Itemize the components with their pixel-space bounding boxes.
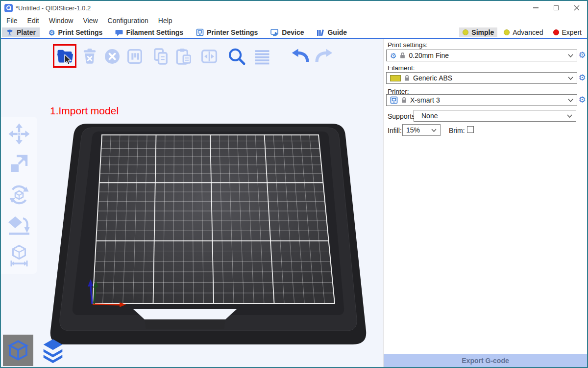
supports-label: Supports: bbox=[388, 112, 417, 120]
chevron-down-icon bbox=[567, 114, 572, 118]
filament-label: Filament: bbox=[388, 64, 415, 72]
infill-value: 15% bbox=[406, 126, 428, 134]
delete-icon[interactable] bbox=[80, 47, 99, 66]
filament-color-swatch bbox=[390, 75, 401, 81]
tab-filament-settings[interactable]: Filament Settings bbox=[111, 27, 187, 37]
bed-front-notch bbox=[133, 309, 237, 319]
printer-value: X-smart 3 bbox=[410, 96, 564, 104]
3d-cube-icon bbox=[6, 337, 30, 364]
menu-file[interactable]: File bbox=[1, 17, 23, 25]
minimize-button[interactable] bbox=[525, 1, 546, 15]
filament-bubble-icon bbox=[115, 29, 123, 36]
mode-simple[interactable]: Simple bbox=[459, 27, 497, 37]
tab-plater-label: Plater bbox=[17, 28, 36, 36]
paste-icon[interactable] bbox=[173, 47, 193, 66]
lock-icon bbox=[400, 52, 405, 59]
titlebar: *Untitled - QIDISlicer-1.0.2 bbox=[1, 1, 587, 15]
tab-filament-settings-label: Filament Settings bbox=[126, 28, 183, 36]
supports-combo[interactable]: None bbox=[414, 110, 576, 122]
brim-checkbox[interactable] bbox=[467, 126, 474, 133]
gear-icon: ⚙ bbox=[390, 52, 396, 59]
menu-view[interactable]: View bbox=[78, 17, 102, 25]
undo-icon[interactable] bbox=[290, 47, 311, 66]
print-settings-gear-button[interactable]: ⚙ bbox=[578, 51, 587, 60]
export-gcode-button[interactable]: Export G-code bbox=[384, 354, 587, 367]
bed-grid-surface bbox=[93, 135, 335, 304]
redo-icon[interactable] bbox=[314, 47, 334, 66]
infill-combo[interactable]: 15% bbox=[402, 124, 441, 136]
printer-gear-button[interactable]: ⚙ bbox=[578, 96, 587, 105]
settings-panel: Print settings: ⚙ 0.20mm Fine ⚙ Filament… bbox=[383, 39, 587, 367]
filament-combo[interactable]: Generic ABS bbox=[386, 72, 577, 84]
scale-icon[interactable] bbox=[8, 153, 30, 176]
close-button[interactable] bbox=[566, 1, 587, 15]
menu-edit[interactable]: Edit bbox=[23, 17, 44, 25]
menu-window[interactable]: Window bbox=[44, 17, 78, 25]
tab-print-settings[interactable]: ⚙ Print Settings bbox=[45, 27, 106, 37]
preview-layers-view-button[interactable] bbox=[38, 335, 68, 366]
expert-mode-dot-icon bbox=[553, 29, 559, 35]
tab-guide[interactable]: Guide bbox=[313, 27, 351, 37]
printer-icon bbox=[196, 28, 204, 36]
brim-label: Brim: bbox=[449, 127, 465, 134]
rotate-icon[interactable] bbox=[8, 184, 30, 206]
tab-printer-settings[interactable]: Printer Settings bbox=[192, 27, 262, 37]
print-settings-label: Print settings: bbox=[388, 41, 428, 49]
tab-guide-label: Guide bbox=[327, 28, 347, 36]
print-bed bbox=[1, 39, 383, 367]
printer-combo[interactable]: X-smart 3 bbox=[386, 94, 577, 106]
guide-books-icon bbox=[317, 29, 324, 36]
menu-configuration[interactable]: Configuration bbox=[103, 17, 153, 25]
split-objects-icon[interactable] bbox=[199, 47, 219, 66]
filament-value: Generic ABS bbox=[413, 74, 564, 82]
tab-print-settings-label: Print Settings bbox=[58, 28, 102, 36]
window-title: *Untitled - QIDISlicer-1.0.2 bbox=[16, 4, 91, 12]
measure-icon[interactable] bbox=[8, 244, 30, 267]
mode-simple-label: Simple bbox=[471, 28, 494, 36]
import-annotation: 1.Import model bbox=[50, 105, 119, 117]
chevron-down-icon bbox=[568, 77, 573, 80]
simple-mode-dot-icon bbox=[463, 29, 468, 35]
layers-stack-icon bbox=[40, 337, 66, 364]
menu-help[interactable]: Help bbox=[153, 17, 177, 25]
minimize-icon bbox=[533, 7, 539, 8]
bed-front-tab bbox=[145, 319, 225, 329]
tab-device-label: Device bbox=[282, 28, 304, 36]
mode-expert-label: Expert bbox=[562, 28, 582, 36]
main-toolbar bbox=[53, 44, 336, 68]
arrange-icon[interactable] bbox=[125, 47, 145, 66]
device-monitor-icon bbox=[270, 29, 279, 36]
chevron-down-icon bbox=[568, 54, 573, 57]
print-settings-combo[interactable]: ⚙ 0.20mm Fine bbox=[386, 50, 577, 61]
mode-switch: Simple Advanced Expert bbox=[459, 27, 585, 37]
app-window: *Untitled - QIDISlicer-1.0.2 File Edit W… bbox=[0, 0, 588, 368]
advanced-mode-dot-icon bbox=[504, 29, 510, 35]
tab-plater[interactable]: Plater bbox=[2, 27, 40, 37]
gear-icon: ⚙ bbox=[49, 29, 55, 36]
3d-editor-view-button[interactable] bbox=[3, 335, 33, 366]
lock-icon bbox=[401, 97, 407, 104]
move-icon[interactable] bbox=[8, 123, 30, 145]
copy-icon[interactable] bbox=[151, 47, 171, 66]
mode-advanced[interactable]: Advanced bbox=[500, 27, 546, 37]
app-logo-icon bbox=[4, 4, 13, 12]
mouse-cursor-icon bbox=[64, 54, 73, 66]
3d-viewport[interactable]: 1.Import model bbox=[1, 39, 383, 367]
chevron-down-icon bbox=[431, 129, 437, 132]
import-highlight-box bbox=[53, 44, 76, 68]
search-icon[interactable] bbox=[226, 47, 247, 67]
tabbar: Plater ⚙ Print Settings Filament Setting… bbox=[1, 26, 587, 39]
printer-icon bbox=[390, 96, 398, 104]
place-on-face-icon[interactable] bbox=[8, 214, 30, 237]
tab-device[interactable]: Device bbox=[267, 27, 308, 37]
gizmo-toolbar bbox=[1, 117, 37, 274]
supports-value: None bbox=[417, 112, 564, 120]
mode-expert[interactable]: Expert bbox=[550, 27, 585, 37]
maximize-button[interactable] bbox=[546, 1, 566, 15]
close-icon bbox=[574, 5, 580, 11]
filament-gear-button[interactable]: ⚙ bbox=[578, 74, 587, 82]
delete-all-icon[interactable] bbox=[102, 47, 122, 66]
chevron-down-icon bbox=[568, 99, 573, 102]
layers-list-icon[interactable] bbox=[252, 47, 272, 66]
view-switch bbox=[3, 335, 68, 366]
